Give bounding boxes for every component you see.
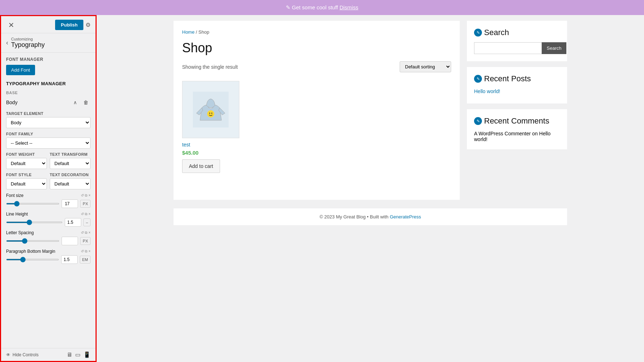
font-size-group: Font size ↺ ⧉ × PX — [6, 193, 91, 208]
svg-point-2 — [209, 113, 210, 114]
text-decoration-group: TEXT DECORATION Default None Underline — [50, 173, 91, 189]
font-manager-label: Font Manager — [6, 57, 91, 62]
header-actions: Publish ⚙ — [55, 20, 91, 30]
font-style-select[interactable]: Default Normal Italic — [6, 178, 47, 189]
font-size-slider[interactable] — [6, 203, 59, 204]
line-height-group: Line Height ↺ ⧉ × – — [6, 212, 91, 227]
notification-icon: ✎ — [286, 4, 291, 10]
paragraph-margin-reset-icon[interactable]: ↺ — [81, 249, 84, 254]
customizer-sidebar: ✕ Publish ⚙ ‹ Customizing Typography Fon… — [0, 15, 97, 362]
product-image-svg — [193, 92, 229, 127]
target-element-label: TARGET ELEMENT — [6, 111, 91, 116]
font-size-icons: ↺ ⧉ × — [81, 193, 91, 198]
text-decoration-select[interactable]: Default None Underline — [50, 178, 91, 189]
product-name[interactable]: test — [182, 142, 247, 148]
body-row: Body ∧ 🗑 — [6, 98, 91, 107]
sort-select[interactable]: Default sorting Sort by popularity Sort … — [400, 61, 451, 72]
text-decoration-label: TEXT DECORATION — [50, 173, 91, 177]
product-card: test $45.00 Add to cart — [182, 81, 247, 173]
font-size-input[interactable] — [62, 199, 78, 208]
base-label: BASE — [6, 91, 91, 95]
font-size-label-row: Font size ↺ ⧉ × — [6, 193, 91, 198]
content-area: Home / Shop Shop Showing the single resu… — [97, 15, 644, 362]
svg-point-3 — [211, 113, 213, 114]
letter-spacing-copy-icon[interactable]: ⧉ — [85, 231, 87, 235]
collapse-button[interactable]: ∧ — [70, 98, 80, 107]
font-size-unit[interactable]: PX — [80, 200, 91, 208]
page-container: Home / Shop Shop Showing the single resu… — [174, 21, 567, 225]
line-height-unit[interactable]: – — [83, 218, 91, 226]
hide-controls-button[interactable]: 👁 Hide Controls — [6, 352, 39, 357]
font-weight-label: FONT WEIGHT — [6, 152, 47, 156]
paragraph-margin-icons: ↺ ⧉ × — [81, 249, 91, 254]
publish-button[interactable]: Publish — [55, 20, 83, 30]
commenter-link[interactable]: A WordPress Commenter — [474, 131, 531, 136]
search-widget-title: Search — [484, 28, 509, 37]
close-button[interactable]: ✕ — [6, 20, 16, 30]
tablet-icon-button[interactable]: ▭ — [75, 351, 80, 358]
paragraph-margin-copy-icon[interactable]: ⧉ — [85, 249, 87, 254]
font-family-select[interactable]: -- Select -- — [6, 137, 91, 149]
text-transform-select[interactable]: Default None Uppercase — [50, 158, 91, 169]
target-element-select[interactable]: Body H1 H2 H3 — [6, 117, 91, 128]
line-height-icons: ↺ ⧉ × — [81, 212, 91, 216]
breadcrumb-current: Shop — [199, 29, 209, 35]
font-family-group: FONT FAMILY -- Select -- — [6, 132, 91, 149]
body-actions: ∧ 🗑 — [70, 98, 91, 107]
on-label: on — [532, 131, 539, 136]
letter-spacing-input[interactable] — [62, 237, 78, 245]
recent-comments-widget-title: Recent Comments — [484, 116, 549, 126]
products-grid: test $45.00 Add to cart — [182, 81, 451, 173]
font-size-reset-icon[interactable]: ↺ — [81, 193, 84, 198]
text-transform-label: TEXT TRANSFORM — [50, 152, 91, 156]
sidebar-bottom: 👁 Hide Controls 🖥 ▭ 📱 — [1, 348, 96, 361]
gear-button[interactable]: ⚙ — [86, 21, 91, 28]
paragraph-margin-label: Paragraph Bottom Margin — [6, 249, 55, 254]
add-font-button[interactable]: Add Font — [6, 65, 35, 75]
recent-posts-widget-icon: ✎ — [474, 75, 482, 83]
notification-text: Get some cool stuff — [292, 4, 338, 10]
paragraph-margin-input[interactable] — [61, 255, 78, 264]
paragraph-margin-slider[interactable] — [6, 259, 59, 260]
letter-spacing-unit[interactable]: PX — [80, 237, 91, 245]
back-button[interactable]: ‹ — [6, 39, 8, 47]
desktop-icon-button[interactable]: 🖥 — [67, 351, 72, 358]
breadcrumb-home[interactable]: Home — [182, 29, 195, 35]
line-height-slider[interactable] — [6, 222, 63, 223]
target-element-group: TARGET ELEMENT Body H1 H2 H3 — [6, 111, 91, 128]
notification-bar: ✎ Get some cool stuff Dismiss — [0, 0, 644, 15]
line-height-input[interactable] — [65, 218, 81, 227]
letter-spacing-icons: ↺ ⧉ × — [81, 231, 91, 235]
footer-link[interactable]: GeneratePress — [390, 214, 421, 219]
line-height-copy-icon[interactable]: ⧉ — [85, 212, 87, 216]
page-layout: Home / Shop Shop Showing the single resu… — [174, 21, 567, 206]
paragraph-margin-group: Paragraph Bottom Margin ↺ ⧉ × EM — [6, 249, 91, 264]
letter-spacing-slider-row: PX — [6, 237, 91, 245]
paragraph-margin-unit[interactable]: EM — [80, 256, 91, 264]
font-size-more-icon[interactable]: × — [88, 193, 91, 198]
search-input[interactable] — [474, 42, 542, 54]
font-weight-select[interactable]: Default 100 700 — [6, 158, 47, 169]
paragraph-margin-more-icon[interactable]: × — [88, 249, 91, 254]
font-style-group: FONT STYLE Default Normal Italic — [6, 173, 47, 189]
sidebar-widgets: ✎ Search Search ✎ R — [467, 21, 567, 149]
main-column: Home / Shop Shop Showing the single resu… — [174, 21, 460, 206]
line-height-more-icon[interactable]: × — [88, 212, 91, 216]
dismiss-link[interactable]: Dismiss — [340, 4, 358, 10]
sidebar-content: Font Manager Add Font Typography Manager… — [1, 53, 96, 348]
mobile-icon-button[interactable]: 📱 — [83, 351, 91, 358]
search-button[interactable]: Search — [542, 42, 566, 54]
line-height-label-row: Line Height ↺ ⧉ × — [6, 212, 91, 217]
font-size-label: Font size — [6, 193, 24, 198]
letter-spacing-reset-icon[interactable]: ↺ — [81, 231, 84, 235]
delete-button[interactable]: 🗑 — [81, 98, 91, 107]
recent-post-link[interactable]: Hello world! — [474, 88, 560, 94]
recent-posts-widget-title: Recent Posts — [484, 74, 531, 83]
recent-comments-widget-icon: ✎ — [474, 117, 482, 125]
line-height-reset-icon[interactable]: ↺ — [81, 212, 84, 216]
add-to-cart-button[interactable]: Add to cart — [182, 159, 220, 173]
font-size-slider-row: PX — [6, 199, 91, 208]
letter-spacing-more-icon[interactable]: × — [88, 231, 91, 235]
letter-spacing-slider[interactable] — [6, 240, 59, 242]
font-size-copy-icon[interactable]: ⧉ — [85, 193, 87, 198]
